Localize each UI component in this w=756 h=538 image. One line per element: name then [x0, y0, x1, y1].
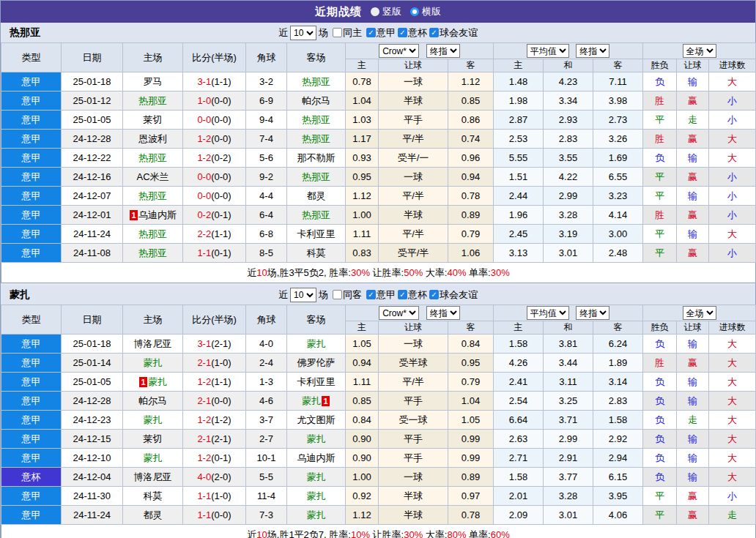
same-side-checkbox[interactable]: 同客 [333, 288, 362, 302]
handicap-cell: 平手 [379, 392, 448, 411]
final-index-select[interactable]: 终指 [426, 306, 460, 320]
checkbox-icon [398, 28, 407, 37]
result-winloss-cell: 胜 [643, 354, 677, 373]
match-row: 意甲 24-11-24 都灵 1-1(0-0) 7-3 蒙扎 1.12 半球 0… [1, 506, 756, 525]
date-cell: 24-12-28 [62, 392, 123, 411]
crow-away-odds-cell: 0.94 [448, 168, 494, 187]
handicap-cell: 一球 [379, 72, 448, 91]
team-label: 博洛尼亚 [134, 471, 172, 482]
summary-segment: 50% [404, 267, 423, 278]
summary-segment: 大率: [423, 529, 447, 538]
layout-horizontal-label: 横版 [422, 5, 441, 18]
match-row: 意甲 24-11-30 科莫 1-1(1-0) 11-4 蒙扎 0.92 半球 … [1, 487, 756, 506]
crow-away-odds-cell: 0.78 [448, 187, 494, 206]
score-cell: 2-1(0-0) [183, 392, 246, 411]
handicap-cell: 半球 [379, 206, 448, 225]
summary-segment: 80% [447, 529, 466, 538]
crow-home-odds-cell: 0.84 [346, 411, 379, 430]
col-header-type: 类型 [1, 305, 62, 335]
result-goals-cell: 大 [709, 149, 756, 168]
team-label: 热那亚 [138, 190, 167, 201]
odds-source-select[interactable]: Crow* [379, 44, 419, 58]
corners-cell: 5-5 [246, 468, 287, 487]
full-match-select[interactable]: 全场 [683, 44, 716, 58]
crow-home-odds-cell: 0.85 [346, 392, 379, 411]
team-label: 帕尔马 [302, 95, 330, 106]
crow-away-odds-cell: 0.85 [448, 91, 494, 111]
league-cell: 意甲 [1, 373, 62, 392]
result-winloss-cell: 负 [643, 468, 677, 487]
result-winloss-cell: 负 [643, 392, 677, 411]
avg-away-cell: 1.69 [593, 149, 643, 168]
crow-away-odds-cell: 0.79 [448, 225, 494, 244]
league-cell: 意甲 [1, 487, 62, 506]
match-count-select[interactable]: 10 [290, 288, 316, 302]
handicap-cell: 半球 [379, 487, 448, 506]
league-filter-checkbox[interactable]: 球会友谊 [429, 26, 478, 40]
avg-away-cell: 2.83 [593, 392, 643, 411]
corners-cell: 2-4 [246, 354, 287, 373]
league-filter-label: 意甲 [377, 26, 396, 40]
red-card-badge: 1 [322, 396, 330, 406]
summary-segment: 40% [447, 267, 466, 278]
avg-draw-cell: 3.19 [544, 225, 593, 244]
handicap-cell: 受半/一 [379, 149, 448, 168]
league-filter-checkbox[interactable]: 意杯 [398, 288, 427, 302]
layout-radio-vertical[interactable]: 竖版 [371, 5, 401, 18]
crow-home-odds-cell: 0.78 [346, 72, 379, 91]
average-select[interactable]: 平均值 [527, 306, 569, 320]
result-handicap-cell: 走 [677, 111, 709, 130]
crow-home-odds-cell: 0.90 [346, 449, 379, 468]
avg-draw-cell: 3.01 [544, 244, 593, 263]
date-cell: 24-12-28 [62, 130, 123, 149]
final-index-select[interactable]: 终指 [426, 44, 460, 58]
league-cell: 意甲 [1, 411, 62, 430]
corners-cell: 4-6 [246, 392, 287, 411]
date-cell: 24-12-10 [62, 449, 123, 468]
match-row: 意甲 24-12-28 恩波利 1-2(0-0) 7-4 热那亚 1.17 平/… [1, 130, 756, 149]
league-filter-checkbox[interactable]: 意甲 [366, 288, 396, 302]
home-team-cell: 罗马 [123, 72, 183, 91]
league-cell: 意甲 [1, 335, 62, 354]
layout-radio-horizontal[interactable]: 横版 [410, 5, 441, 18]
team-section: 蒙扎 近 10 场 同客 意甲意杯球会友谊 [1, 285, 755, 538]
avg-away-cell: 6.24 [593, 335, 643, 354]
result-winloss-cell: 负 [643, 72, 677, 91]
crow-home-odds-cell: 0.94 [346, 354, 379, 373]
result-goals-cell: 小 [709, 487, 756, 506]
avg-home-cell: 2.09 [494, 506, 544, 525]
corners-cell: 4-0 [246, 335, 287, 354]
away-team-cell: 尤文图斯 [287, 411, 346, 430]
away-team-cell: 热那亚 [287, 206, 346, 225]
result-handicap-cell: 赢 [677, 91, 709, 111]
odds-source-select[interactable]: Crow* [379, 306, 419, 320]
handicap-cell: 平手 [379, 111, 448, 130]
sub-header-winloss: 胜负 [643, 321, 677, 335]
result-goals-cell: 小 [709, 206, 756, 225]
avg-home-cell: 2.44 [494, 187, 544, 206]
avg-home-cell: 1.51 [494, 168, 544, 187]
same-side-checkbox[interactable]: 同主 [333, 26, 362, 40]
home-team-cell: 热那亚 [123, 91, 183, 111]
average-select[interactable]: 平均值 [527, 44, 569, 58]
crow-away-odds-cell: 0.78 [448, 506, 494, 525]
full-match-select[interactable]: 全场 [683, 306, 716, 320]
final-index-select-2[interactable]: 终指 [576, 306, 609, 320]
sub-header-avg-away: 客 [593, 321, 643, 335]
league-filter-checkbox[interactable]: 球会友谊 [429, 288, 478, 302]
col-header-date: 日期 [62, 43, 123, 72]
away-team-cell: 热那亚 [287, 111, 346, 130]
match-row: 意甲 24-12-16 AC米兰 0-0(0-0) 9-2 热那亚 0.95 一… [1, 168, 756, 187]
team-label: 热那亚 [302, 171, 330, 182]
league-filter-checkbox[interactable]: 意杯 [398, 26, 427, 40]
avg-draw-cell: 2.93 [544, 111, 593, 130]
avg-away-cell: 1.58 [593, 411, 643, 430]
handicap-cell: 一球 [379, 168, 448, 187]
final-index-select-2[interactable]: 终指 [576, 44, 609, 58]
avg-home-cell: 3.13 [494, 244, 544, 263]
league-filter-checkbox[interactable]: 意甲 [366, 26, 396, 40]
home-team-cell: 科莫 [123, 487, 183, 506]
home-team-cell: 博洛尼亚 [123, 335, 183, 354]
match-row: 意甲 24-12-07 热那亚 0-0(0-0) 4-4 都灵 1.12 平/半… [1, 187, 756, 206]
match-count-select[interactable]: 10 [290, 26, 316, 40]
